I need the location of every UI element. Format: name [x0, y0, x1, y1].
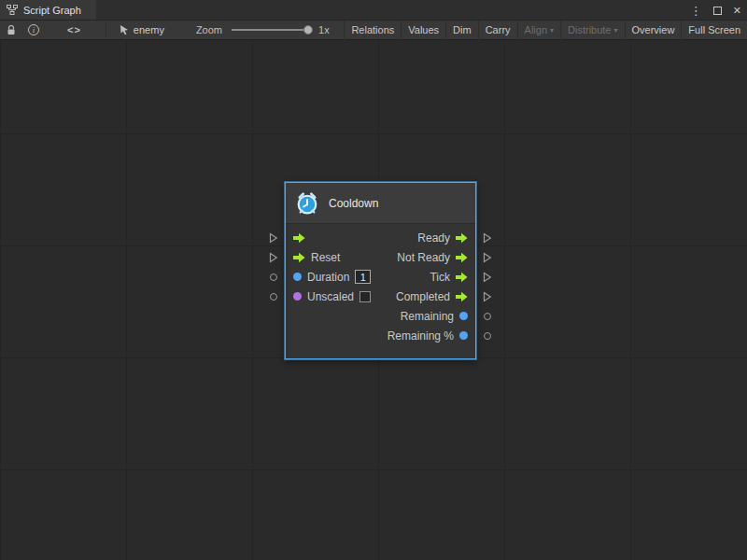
- close-icon[interactable]: ✕: [733, 5, 741, 17]
- not-ready-flow-output-port[interactable]: Not Ready: [397, 251, 468, 264]
- remaining-percent-value-output-port[interactable]: Remaining %: [388, 329, 468, 343]
- external-input-markers: [267, 228, 280, 306]
- port-row: Reset Not Ready: [286, 247, 475, 267]
- value-port-icon: [459, 312, 468, 320]
- window-menu-icon[interactable]: ⋮: [690, 5, 702, 17]
- info-icon[interactable]: i: [28, 24, 39, 35]
- align-button: Align ▾: [517, 21, 560, 40]
- unscaled-value-input-port[interactable]: Unscaled: [293, 290, 371, 303]
- maximize-icon[interactable]: [713, 7, 722, 15]
- flow-arrow-icon: [456, 291, 468, 302]
- tab-script-graph[interactable]: Script Graph: [0, 0, 96, 20]
- flow-port-marker-icon[interactable]: [483, 252, 492, 263]
- dropdown-arrow-icon: ▾: [614, 26, 618, 35]
- dim-button[interactable]: Dim: [445, 21, 478, 40]
- script-graph-icon: [7, 5, 18, 15]
- distribute-button: Distribute ▾: [560, 21, 624, 40]
- port-row: Duration Tick: [286, 267, 475, 287]
- graph-pointer-icon: [120, 24, 130, 35]
- alarm-clock-icon: [295, 191, 319, 216]
- port-row: Remaining %: [286, 326, 475, 345]
- port-row: Remaining: [286, 306, 475, 326]
- value-port-icon: [459, 331, 468, 340]
- port-row: Ready: [286, 228, 475, 247]
- graph-toolbar: i <> enemy Zoom 1x Relations Values Dim …: [0, 21, 747, 40]
- remaining-value-output-port[interactable]: Remaining: [401, 310, 468, 323]
- graph-target-label[interactable]: enemy: [134, 24, 164, 35]
- code-view-icon[interactable]: <>: [67, 24, 81, 35]
- enter-flow-input-port[interactable]: [293, 232, 311, 244]
- value-port-marker-icon[interactable]: [484, 313, 491, 320]
- flow-arrow-icon: [456, 252, 468, 263]
- value-port-marker-icon[interactable]: [484, 332, 491, 340]
- dropdown-arrow-icon: ▾: [550, 26, 554, 35]
- zoom-slider-handle[interactable]: [303, 25, 313, 35]
- zoom-label: Zoom: [196, 24, 222, 35]
- full-screen-button[interactable]: Full Screen: [681, 21, 747, 40]
- duration-field[interactable]: [355, 270, 371, 284]
- cooldown-node[interactable]: Cooldown Ready Reset: [285, 182, 476, 359]
- completed-flow-output-port[interactable]: Completed: [396, 290, 468, 303]
- toolbar-divider: [106, 23, 106, 36]
- unscaled-checkbox[interactable]: [359, 291, 371, 302]
- flow-port-marker-icon[interactable]: [269, 232, 278, 244]
- values-button[interactable]: Values: [401, 21, 445, 40]
- external-output-markers: [481, 228, 494, 345]
- flow-arrow-icon: [456, 272, 468, 283]
- flow-port-marker-icon[interactable]: [483, 232, 492, 244]
- overview-button[interactable]: Overview: [625, 21, 682, 40]
- node-body: Ready Reset Not Ready: [286, 224, 475, 358]
- reset-flow-input-port[interactable]: Reset: [293, 251, 340, 264]
- window-titlebar: Script Graph ⋮ ✕: [0, 0, 747, 21]
- node-title: Cooldown: [329, 197, 378, 210]
- relations-button[interactable]: Relations: [344, 21, 401, 40]
- tick-flow-output-port[interactable]: Tick: [430, 271, 468, 284]
- port-row: Unscaled Completed: [286, 287, 475, 306]
- flow-port-marker-icon[interactable]: [483, 272, 492, 283]
- zoom-slider-track: [232, 29, 312, 31]
- tab-label: Script Graph: [23, 5, 81, 16]
- flow-arrow-icon: [293, 252, 305, 263]
- flow-port-marker-icon[interactable]: [483, 291, 492, 302]
- value-port-marker-icon[interactable]: [270, 293, 277, 301]
- value-port-icon: [293, 273, 302, 281]
- flow-arrow-icon: [456, 232, 468, 244]
- value-port-marker-icon[interactable]: [270, 273, 277, 281]
- node-header[interactable]: Cooldown: [286, 183, 475, 224]
- zoom-value: 1x: [318, 24, 330, 35]
- graph-canvas[interactable]: Cooldown Ready Reset: [0, 40, 747, 560]
- zoom-slider[interactable]: [232, 24, 312, 35]
- flow-arrow-icon: [293, 232, 305, 244]
- duration-value-input-port[interactable]: Duration: [293, 270, 371, 284]
- lock-icon[interactable]: [7, 25, 16, 35]
- carry-button[interactable]: Carry: [478, 21, 517, 40]
- bool-port-icon: [293, 292, 302, 301]
- flow-port-marker-icon[interactable]: [269, 252, 278, 263]
- ready-flow-output-port[interactable]: Ready: [417, 231, 468, 245]
